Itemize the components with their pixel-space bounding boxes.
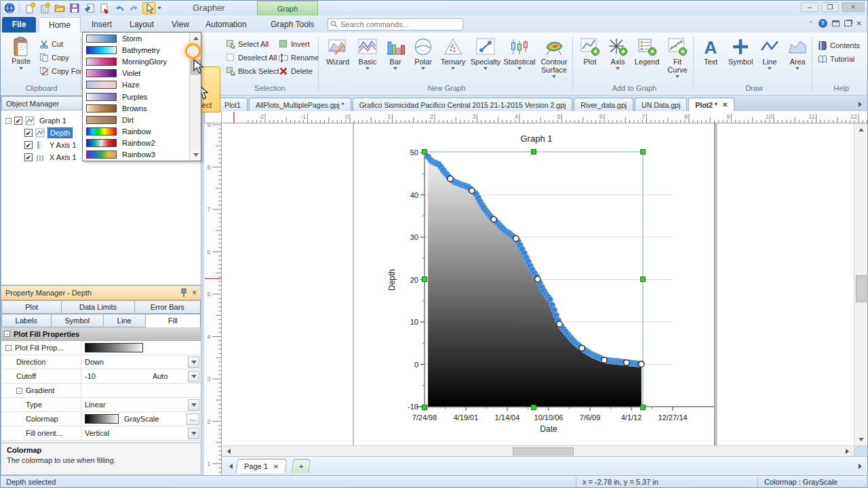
selection-deselect-all-button[interactable]: Deselect All — [226, 51, 279, 64]
plot-canvas[interactable]: -10010203040507/24/984/19/011/14/0410/10… — [222, 123, 854, 445]
save-button[interactable] — [68, 2, 81, 14]
clipboard-copy-for-button[interactable]: Copy For — [39, 64, 82, 78]
new-graph-contour-surface-button[interactable]: ContourSurface — [536, 34, 572, 88]
tab-layout[interactable]: Layout — [120, 17, 163, 33]
pm-tab-symbol[interactable]: Symbol — [52, 314, 104, 327]
scroll-up-icon[interactable] — [191, 33, 201, 43]
scroll-left-icon[interactable] — [224, 447, 233, 455]
page-tab[interactable]: Page 1 ✕ — [236, 459, 288, 473]
scroll-down-icon[interactable] — [191, 150, 201, 160]
pm-tab-fill[interactable]: Fill — [146, 314, 201, 327]
collapse-icon[interactable]: - — [4, 331, 10, 337]
vertical-scrollbar[interactable] — [854, 123, 867, 445]
undo-button[interactable] — [113, 2, 125, 14]
tab-automation[interactable]: Automation — [196, 17, 256, 33]
scroll-thumb[interactable] — [513, 447, 574, 455]
help-icon[interactable]: ? — [818, 19, 827, 28]
doc-tab-plot2-[interactable]: Plot2 *✕ — [688, 98, 734, 111]
new-graph-ternary-button[interactable]: Ternary — [437, 34, 469, 88]
pm-tab-error-bars[interactable]: Error Bars — [135, 300, 201, 314]
selection-delete-button[interactable]: Delete — [279, 64, 319, 78]
doc-tab-river-data-gpj[interactable]: River_data.gpj — [574, 98, 633, 111]
page-tabs-right-arrow[interactable] — [855, 461, 865, 472]
new-worksheet-button[interactable] — [38, 2, 51, 14]
collapse-ribbon-icon[interactable]: ⌃ — [808, 20, 814, 27]
new-graph-bar-button[interactable]: Bar — [382, 34, 409, 88]
draw-area-button[interactable]: Area — [783, 34, 812, 88]
doc-restore-icon[interactable] — [844, 20, 852, 26]
scroll-thumb[interactable] — [856, 275, 867, 302]
horizontal-scrollbar[interactable] — [222, 445, 854, 456]
doc-tab-grafico-sismicidad-pacifico-ce[interactable]: Grafico Sismicidad Pacifico Central 2015… — [353, 98, 573, 111]
scroll-right-icon[interactable] — [842, 447, 852, 455]
contextual-tab-graph[interactable]: Graph — [257, 1, 318, 16]
add-to-graph-axis-button[interactable]: Axis — [604, 34, 631, 88]
fill-orient-dropdown[interactable] — [188, 428, 199, 439]
colormap-option-storm[interactable]: Storm — [83, 33, 201, 44]
new-graph-statistical-button[interactable]: Statistical — [502, 34, 536, 88]
add-to-graph-plot-button[interactable]: Plot — [576, 34, 604, 88]
doc-tab-allplots-multiplepages-gpj-[interactable]: AllPlots_MultiplePages.gpj * — [249, 98, 351, 111]
selection-invert-button[interactable]: Invert — [279, 37, 319, 51]
colormap-option-violet[interactable]: Violet — [83, 68, 201, 79]
pm-tab-labels[interactable]: Labels — [1, 314, 52, 327]
collapse-icon[interactable]: - — [16, 388, 22, 394]
new-plot-button[interactable] — [23, 2, 36, 14]
restore-button[interactable]: ❐ — [821, 2, 839, 12]
redo-button[interactable] — [127, 2, 140, 14]
direction-dropdown[interactable] — [188, 357, 199, 368]
colormap-option-haze[interactable]: Haze — [83, 79, 201, 91]
scroll-up-icon[interactable] — [856, 125, 866, 134]
add-to-graph-fit-curve-button[interactable]: FitCurve — [663, 34, 692, 88]
cutoff-dropdown[interactable] — [188, 371, 199, 382]
collapse-icon[interactable]: - — [5, 345, 12, 351]
application-menu-button[interactable] — [3, 2, 16, 14]
plot-fill-properties-section[interactable]: - Plot Fill Properties — [1, 327, 201, 341]
pm-tab-line[interactable]: Line — [104, 314, 146, 327]
colormap-option-rainbow2[interactable]: Rainbow2 — [83, 138, 201, 149]
tab-file[interactable]: File — [2, 17, 36, 33]
page-tabs-left-arrow[interactable] — [226, 461, 235, 472]
close-button[interactable]: × — [842, 2, 865, 12]
colormap-option-bathymetry[interactable]: Bathymetry — [83, 44, 201, 56]
draw-line-button[interactable]: Line — [756, 34, 783, 88]
colormap-option-purples[interactable]: Purples — [83, 91, 201, 102]
draw-text-button[interactable]: AText — [696, 34, 725, 88]
clipboard-cut-button[interactable]: Cut — [39, 37, 82, 51]
tab-graph-tools[interactable]: Graph Tools — [261, 17, 323, 33]
search-input[interactable] — [328, 18, 463, 30]
colormap-option-morningglory[interactable]: MorningGlory — [83, 56, 201, 67]
tab-close-icon[interactable]: ✕ — [722, 101, 728, 108]
new-graph-specialty-button[interactable]: Specialty — [469, 34, 502, 88]
help-contents-button[interactable]: Contents — [818, 39, 860, 52]
page-close-icon[interactable]: ✕ — [273, 463, 279, 470]
doc-tab-plot1[interactable]: Plot1 — [218, 98, 248, 111]
doc-minimize-icon[interactable] — [832, 20, 840, 26]
colormap-option-browns[interactable]: Browns — [83, 102, 201, 114]
pm-tab-plot[interactable]: Plot — [1, 300, 62, 314]
new-graph-basic-button[interactable]: Basic — [353, 34, 382, 88]
doc-tabs-right-arrow[interactable] — [855, 99, 865, 110]
colormap-swatch[interactable] — [85, 414, 119, 424]
draw-symbol-button[interactable]: Symbol — [725, 34, 756, 88]
panel-close-icon[interactable]: × — [192, 288, 197, 298]
pin-icon[interactable] — [180, 288, 188, 298]
selection-block-select-button[interactable]: Block Select — [226, 64, 279, 78]
type-dropdown[interactable] — [188, 399, 199, 411]
open-button[interactable] — [53, 2, 66, 14]
visibility-checkbox[interactable]: ✔ — [24, 141, 33, 149]
minimize-button[interactable]: – — [801, 2, 818, 12]
doc-tab-un-data-gpj[interactable]: UN Data.gpj — [635, 98, 687, 111]
tab-insert[interactable]: Insert — [82, 17, 121, 33]
colormap-option-rainbow[interactable]: Rainbow — [83, 126, 201, 138]
doc-close-icon[interactable]: ✕ — [856, 20, 862, 27]
fill-gradient-swatch[interactable] — [85, 343, 143, 352]
visibility-checkbox[interactable]: ✔ — [14, 117, 22, 125]
new-graph-wizard-button[interactable]: Wizard — [322, 34, 353, 88]
help-tutorial-button[interactable]: Tutorial — [818, 52, 860, 66]
add-page-tab[interactable]: + — [292, 459, 311, 473]
colormap-option-rainbow3[interactable]: Rainbow3 — [83, 149, 201, 161]
import-button[interactable] — [83, 2, 96, 14]
tab-home[interactable]: Home — [39, 17, 81, 33]
new-graph-polar-button[interactable]: Polar — [409, 34, 437, 88]
